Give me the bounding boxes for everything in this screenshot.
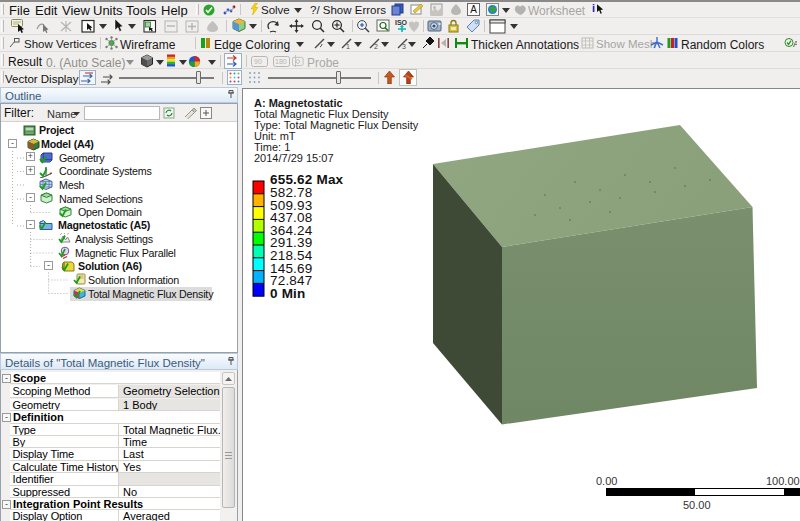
svg-text:1: 1: [346, 43, 350, 50]
svg-text:90: 90: [254, 58, 262, 65]
svg-text:2: 2: [374, 43, 378, 50]
svg-text:A: A: [470, 4, 477, 15]
svg-text:A: A: [793, 39, 797, 49]
svg-text:3: 3: [402, 43, 406, 50]
svg-text:180: 180: [275, 58, 287, 65]
svg-text:ISO: ISO: [395, 19, 408, 26]
